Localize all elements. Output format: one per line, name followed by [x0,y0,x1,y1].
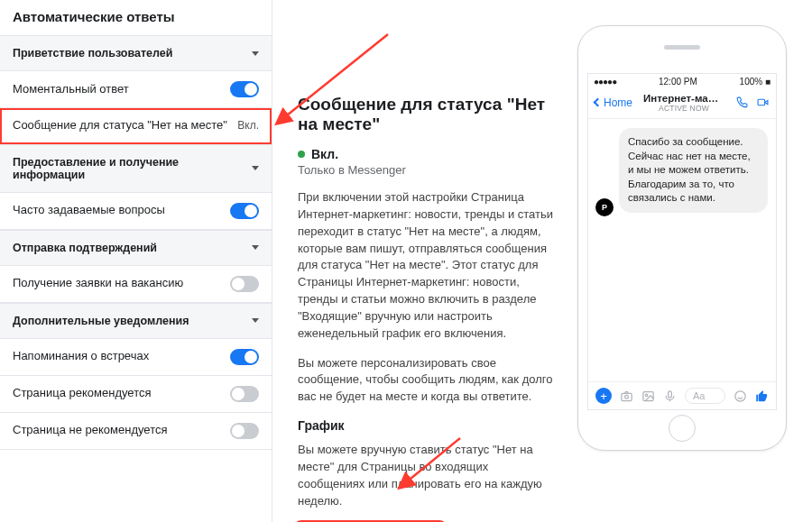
toggle-page-not-recommended[interactable] [230,423,259,439]
status-line: Вкл. [298,147,556,161]
section-label: Дополнительные уведомления [13,315,189,327]
phone-frame: ●●●●● 12:00 PM 100% ■ Home Интернет-марк… [577,25,787,451]
row-meeting-reminders[interactable]: Напоминания о встречах [0,339,272,376]
phone-speaker [664,45,700,50]
chat-body: P Спасибо за сообщение. Сейчас нас нет н… [588,119,776,381]
row-away-message[interactable]: Сообщение для статуса "Нет на месте" Вкл… [0,108,272,144]
avatar: P [595,198,614,216]
row-label: Сообщение для статуса "Нет на месте" [13,118,237,133]
preview-column: ●●●●● 12:00 PM 100% ■ Home Интернет-марк… [577,0,812,522]
chat-title: Интернет-марке... [643,93,724,105]
message-input[interactable]: Aa [685,388,725,404]
sidebar: Автоматические ответы Приветствие пользо… [0,0,272,522]
description-para-2: Вы можете персонализировать свое сообщен… [298,355,556,407]
message-bubble: Спасибо за сообщение. Сейчас нас нет на … [619,128,768,213]
chat-subtitle: active now [643,105,724,113]
chat-input-row: + Aa [588,381,776,409]
section-header-confirmations[interactable]: Отправка подтверждений [0,230,272,266]
home-button [669,415,696,442]
status-label: Вкл. [311,147,338,161]
chevron-down-icon [252,245,259,250]
row-label: Страница рекомендуется [13,386,230,401]
back-button[interactable]: Home [595,96,632,109]
toggle-meeting-reminders[interactable] [230,349,259,365]
row-instant-reply[interactable]: Моментальный ответ [0,71,272,108]
plus-icon[interactable]: + [595,388,612,404]
status-dot-icon [298,151,305,158]
section-header-additional[interactable]: Дополнительные уведомления [0,303,272,339]
svg-rect-1 [622,393,632,400]
page-heading: Сообщение для статуса "Нет на месте" [298,95,556,134]
signal-icon: ●●●●● [594,77,616,87]
chevron-down-icon [252,51,259,56]
like-icon[interactable] [755,389,769,403]
row-faq[interactable]: Часто задаваемые вопросы [0,193,272,230]
row-label: Моментальный ответ [13,82,230,97]
svg-rect-5 [669,390,672,397]
row-page-recommended[interactable]: Страница рекомендуется [0,376,272,413]
toggle-job-application[interactable] [230,276,259,292]
mic-icon[interactable] [663,389,677,403]
chat-title-block: Интернет-марке... active now [643,93,724,113]
video-icon[interactable] [756,96,770,108]
section-header-greeting[interactable]: Приветствие пользователей [0,35,272,71]
smile-icon[interactable] [734,389,747,403]
section-label: Предоставление и получение информации [13,156,252,181]
row-state: Вкл. [237,119,259,133]
phone-screen: ●●●●● 12:00 PM 100% ■ Home Интернет-марк… [587,73,777,410]
toggle-faq[interactable] [230,203,259,219]
svg-point-4 [645,394,648,397]
svg-rect-0 [758,100,765,106]
row-label: Напоминания о встречах [13,349,230,364]
chevron-down-icon [252,166,259,170]
row-label: Страница не рекомендуется [13,423,230,438]
chevron-down-icon [252,318,259,323]
section-label: Отправка подтверждений [13,242,157,254]
camera-icon[interactable] [620,389,633,403]
row-label: Получение заявки на вакансию [13,276,230,291]
row-page-not-recommended[interactable]: Страница не рекомендуется [0,413,272,450]
battery-icon: 100% ■ [740,77,770,87]
row-job-application[interactable]: Получение заявки на вакансию [0,266,272,303]
main-content: Сообщение для статуса "Нет на месте" Вкл… [272,0,577,522]
toggle-instant-reply[interactable] [230,81,259,97]
row-label: Часто задаваемые вопросы [13,203,230,218]
sidebar-title: Автоматические ответы [0,0,272,35]
chevron-left-icon [594,98,603,107]
svg-point-6 [735,390,745,400]
section-header-info[interactable]: Предоставление и получение информации [0,144,272,193]
phone-call-icon[interactable] [735,96,749,108]
schedule-heading: График [298,418,556,433]
phone-status-bar: ●●●●● 12:00 PM 100% ■ [588,74,776,88]
description-para-1: При включении этой настройки Страница Ин… [298,189,556,343]
image-icon[interactable] [641,389,655,403]
status-time: 12:00 PM [659,77,697,87]
chat-header: Home Интернет-марке... active now [588,88,776,119]
toggle-page-recommended[interactable] [230,386,259,402]
header-actions [735,96,770,108]
status-subtext: Только в Messenger [298,163,556,177]
svg-point-2 [625,395,629,398]
schedule-text: Вы можете вручную ставить статус "Нет на… [298,442,556,509]
section-label: Приветствие пользователей [13,47,172,60]
